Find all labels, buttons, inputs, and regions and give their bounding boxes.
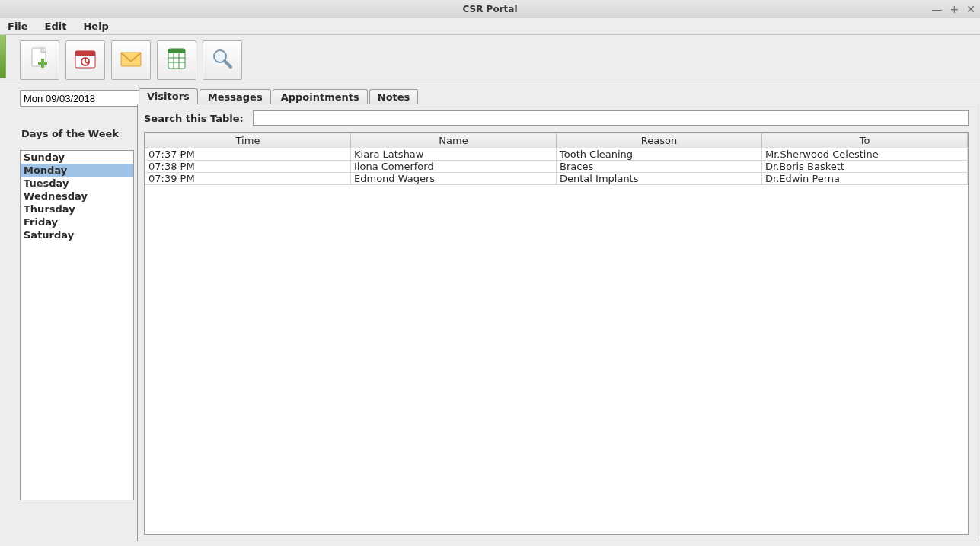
visitors-table: Time Name Reason To 07:37 PMKiara Latsha… xyxy=(145,133,968,185)
toolbar xyxy=(0,35,980,85)
svg-rect-11 xyxy=(168,49,185,53)
days-of-week-list[interactable]: SundayMondayTuesdayWednesdayThursdayFrid… xyxy=(20,150,134,500)
calendar-button[interactable] xyxy=(65,40,105,80)
column-header-name[interactable]: Name xyxy=(351,133,557,148)
mail-icon xyxy=(119,46,143,73)
sidebar: ⓘ Days of the Week SundayMondayTuesdayWe… xyxy=(0,85,134,546)
search-label: Search this Table: xyxy=(144,113,244,124)
tab-bar: VisitorsMessagesAppointmentsNotes xyxy=(134,85,975,104)
cell-time: 07:37 PM xyxy=(145,148,351,161)
day-item-monday[interactable]: Monday xyxy=(21,164,133,177)
cell-name: Kiara Latshaw xyxy=(351,148,557,161)
export-spreadsheet-button[interactable] xyxy=(157,40,196,80)
table-row[interactable]: 07:38 PMIlona ComerfordBracesDr.Boris Ba… xyxy=(145,161,968,173)
cell-to: Mr.Sherwood Celestine xyxy=(762,148,968,161)
new-document-icon xyxy=(27,46,52,73)
new-document-button[interactable] xyxy=(20,40,59,80)
minimize-button[interactable]: — xyxy=(932,4,943,14)
cell-reason: Tooth Cleaning xyxy=(557,148,762,161)
menu-file[interactable]: File xyxy=(3,19,33,34)
tab-notes[interactable]: Notes xyxy=(369,89,419,104)
column-header-reason[interactable]: Reason xyxy=(557,133,762,148)
day-item-wednesday[interactable]: Wednesday xyxy=(21,190,133,203)
tab-messages[interactable]: Messages xyxy=(200,89,271,104)
search-button[interactable] xyxy=(203,40,242,80)
menu-edit[interactable]: Edit xyxy=(40,19,72,34)
menubar: File Edit Help xyxy=(0,18,980,35)
cell-name: Edmond Wagers xyxy=(351,173,557,185)
cell-time: 07:38 PM xyxy=(145,161,351,173)
window-controls: — + ✕ xyxy=(932,0,975,18)
tab-panel-visitors: Search this Table: Time Name Reason To xyxy=(137,104,975,541)
menu-help[interactable]: Help xyxy=(78,19,113,34)
tab-appointments[interactable]: Appointments xyxy=(273,89,368,104)
day-item-sunday[interactable]: Sunday xyxy=(21,151,133,164)
titlebar: CSR Portal — + ✕ xyxy=(0,0,980,18)
column-header-time[interactable]: Time xyxy=(145,133,351,148)
search-input[interactable] xyxy=(253,110,969,126)
table-header-row: Time Name Reason To xyxy=(145,133,968,148)
close-button[interactable]: ✕ xyxy=(966,4,975,14)
svg-line-17 xyxy=(225,61,231,67)
table-row[interactable]: 07:37 PMKiara LatshawTooth CleaningMr.Sh… xyxy=(145,148,968,161)
visitors-table-wrap[interactable]: Time Name Reason To 07:37 PMKiara Latsha… xyxy=(144,132,969,535)
mail-button[interactable] xyxy=(111,40,151,80)
day-item-saturday[interactable]: Saturday xyxy=(21,228,133,241)
svg-rect-3 xyxy=(41,59,44,68)
calendar-icon xyxy=(73,46,97,73)
main-panel: VisitorsMessagesAppointmentsNotes Search… xyxy=(134,85,980,546)
spreadsheet-icon xyxy=(164,46,189,73)
table-search-row: Search this Table: xyxy=(144,110,969,126)
desktop-strip xyxy=(0,35,6,78)
cell-to: Dr.Boris Baskett xyxy=(762,161,968,173)
table-row[interactable]: 07:39 PMEdmond WagersDental ImplantsDr.E… xyxy=(145,173,968,185)
day-item-tuesday[interactable]: Tuesday xyxy=(21,177,133,190)
svg-rect-5 xyxy=(75,51,95,56)
day-item-thursday[interactable]: Thursday xyxy=(21,203,133,216)
cell-reason: Braces xyxy=(557,161,762,173)
date-picker: ⓘ xyxy=(20,90,134,107)
column-header-to[interactable]: To xyxy=(762,133,968,148)
day-item-friday[interactable]: Friday xyxy=(21,216,133,228)
cell-to: Dr.Edwin Perna xyxy=(762,173,968,185)
days-of-week-title: Days of the Week xyxy=(20,128,134,139)
cell-time: 07:39 PM xyxy=(145,173,351,185)
window-title: CSR Portal xyxy=(0,4,980,14)
cell-name: Ilona Comerford xyxy=(351,161,557,173)
cell-reason: Dental Implants xyxy=(557,173,762,185)
search-icon xyxy=(210,46,235,73)
tab-visitors[interactable]: Visitors xyxy=(139,88,198,104)
maximize-button[interactable]: + xyxy=(950,4,959,14)
